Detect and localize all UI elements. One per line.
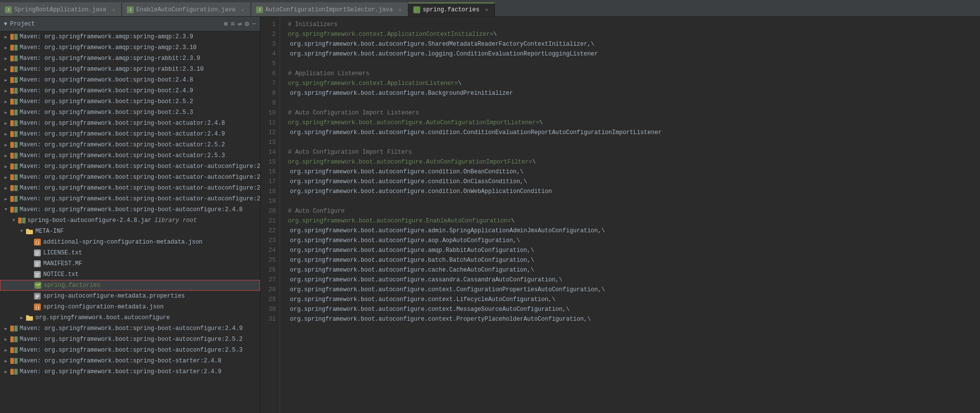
- tree-item-label: Maven: org.springframework.boot:spring-b…: [20, 163, 260, 170]
- tree-item-14[interactable]: ▶Maven: org.springframework.boot:spring-…: [0, 183, 260, 193]
- line-number: 4: [264, 49, 276, 59]
- line-number: 29: [264, 295, 276, 304]
- tree-item-16[interactable]: ▼Maven: org.springframework.boot:spring-…: [0, 204, 260, 215]
- tree-item-3[interactable]: ▶Maven: org.springframework.amqp:spring-…: [0, 64, 260, 75]
- tab-autoconfigimportselector[interactable]: J AutoConfigurationImportSelector.java ✕: [251, 2, 408, 16]
- tree-item-10[interactable]: ▶Maven: org.springframework.boot:spring-…: [0, 139, 260, 150]
- tree-item-1[interactable]: ▶Maven: org.springframework.amqp:spring-…: [0, 42, 260, 53]
- code-line: [288, 59, 972, 69]
- properties-icon: [33, 292, 41, 300]
- tree-item-4[interactable]: ▶Maven: org.springframework.boot:spring-…: [0, 75, 260, 85]
- code-line: org.springframework.boot.autoconfigure.c…: [288, 167, 972, 177]
- minimize-icon[interactable]: −: [252, 21, 256, 28]
- maven-icon: [10, 163, 18, 170]
- line-number: 21: [264, 216, 276, 226]
- tree-arrow: ▶: [2, 78, 10, 83]
- tree-item-label: Maven: org.springframework.boot:spring-b…: [20, 120, 225, 127]
- tree-item-9[interactable]: ▶Maven: org.springframework.boot:spring-…: [0, 129, 260, 139]
- text-file-icon: [33, 260, 41, 268]
- maven-icon: [10, 335, 18, 343]
- tab-close-icon2[interactable]: ✕: [240, 7, 246, 13]
- code-line: org.springframework.boot.autoconfigure.B…: [288, 88, 972, 98]
- sort-icon[interactable]: ≡: [231, 21, 234, 28]
- tab-close-icon4[interactable]: ✕: [484, 7, 490, 13]
- settings-icon[interactable]: ⚙: [245, 21, 249, 28]
- tab-enableautoconfiguration[interactable]: J EnableAutoConfiguration.java ✕: [122, 2, 251, 16]
- tree-item-6[interactable]: ▶Maven: org.springframework.boot:spring-…: [0, 96, 260, 107]
- json-icon: {}: [33, 238, 41, 246]
- line-number: 7: [264, 79, 276, 88]
- tree-item-18[interactable]: ▼META-INF: [0, 226, 260, 237]
- line-number: 14: [264, 147, 276, 157]
- line-number: 26: [264, 265, 276, 275]
- tree-item-26[interactable]: ▶org.springframework.boot.autoconfigure: [0, 312, 260, 323]
- tree-item-label: MANIFEST.MF: [43, 260, 82, 267]
- globe-icon[interactable]: ⊕: [224, 21, 228, 28]
- tree-arrow: ▶: [2, 369, 10, 375]
- tree-arrow: ▶: [2, 132, 10, 137]
- sidebar-title: Project: [10, 21, 221, 28]
- tree-arrow: ▶: [2, 326, 10, 331]
- tree-item-24[interactable]: spring-autoconfigure-metadata.properties: [0, 291, 260, 302]
- tree-item-17[interactable]: ▼spring-boot-autoconfigure-2.4.8.jar lib…: [0, 215, 260, 226]
- svg-rect-12: [34, 271, 41, 278]
- tree-item-15[interactable]: ▶Maven: org.springframework.boot:spring-…: [0, 193, 260, 204]
- line-number: 12: [264, 128, 276, 138]
- line-number: 8: [264, 88, 276, 98]
- tree-item-13[interactable]: ▶Maven: org.springframework.boot:spring-…: [0, 172, 260, 183]
- tree-arrow: ▶: [2, 358, 10, 364]
- tree-item-25[interactable]: {}spring-configuration-metadata.json: [0, 302, 260, 312]
- tab-label: AutoConfigurationImportSelector.java: [265, 6, 393, 13]
- code-line: org.springframework.boot.autoconfigure.A…: [288, 157, 972, 167]
- tree-item-31[interactable]: ▶Maven: org.springframework.boot:spring-…: [0, 366, 260, 377]
- tree-arrow: ▶: [2, 121, 10, 126]
- maven-icon: [10, 98, 18, 106]
- tree-item-12[interactable]: ▶Maven: org.springframework.boot:spring-…: [0, 161, 260, 172]
- code-line: org.springframework.context.ApplicationL…: [288, 79, 972, 88]
- editor[interactable]: 1234567891011121314151617181920212223242…: [260, 17, 980, 413]
- tree-item-label: Maven: org.springframework.boot:spring-b…: [20, 152, 225, 159]
- tree-item-22[interactable]: NOTICE.txt: [0, 269, 260, 280]
- tree-item-30[interactable]: ▶Maven: org.springframework.boot:spring-…: [0, 356, 260, 366]
- code-line: org.springframework.boot.autoconfigure.c…: [288, 128, 972, 138]
- tree-item-label: Maven: org.springframework.boot:spring-b…: [20, 358, 221, 364]
- tree-item-23[interactable]: 🌱spring.factories: [0, 280, 260, 291]
- line-number: 23: [264, 236, 276, 246]
- tree-item-0[interactable]: ▶Maven: org.springframework.amqp:spring-…: [0, 31, 260, 42]
- tree-item-29[interactable]: ▶Maven: org.springframework.boot:spring-…: [0, 345, 260, 356]
- tree-item-7[interactable]: ▶Maven: org.springframework.boot:spring-…: [0, 107, 260, 118]
- tree-item-label: Maven: org.springframework.boot:spring-b…: [20, 336, 243, 343]
- maven-icon: [10, 195, 18, 203]
- tab-close-icon3[interactable]: ✕: [397, 7, 403, 13]
- maven-icon: [10, 130, 18, 138]
- code-line: org.springframework.boot.autoconfigure.b…: [288, 255, 972, 265]
- tree-item-8[interactable]: ▶Maven: org.springframework.boot:spring-…: [0, 118, 260, 129]
- svg-text:🌱: 🌱: [35, 282, 41, 289]
- tab-springfactories[interactable]: 🌿 spring.factories ✕: [408, 2, 495, 16]
- tree-item-21[interactable]: MANIFEST.MF: [0, 258, 260, 269]
- tree-item-28[interactable]: ▶Maven: org.springframework.boot:spring-…: [0, 334, 260, 345]
- tree-item-20[interactable]: LICENSE.txt: [0, 248, 260, 258]
- line-number: 24: [264, 246, 276, 255]
- tree-item-2[interactable]: ▶Maven: org.springframework.amqp:spring-…: [0, 53, 260, 64]
- tree-item-27[interactable]: ▶Maven: org.springframework.boot:spring-…: [0, 323, 260, 334]
- maven-icon: [10, 44, 18, 52]
- tab-springbootapplication[interactable]: J SpringBootApplication.java ✕: [0, 2, 122, 16]
- line-number: 1: [264, 20, 276, 29]
- code-area: 1234567891011121314151617181920212223242…: [260, 17, 980, 413]
- split-icon[interactable]: ⇌: [238, 21, 242, 28]
- tree-arrow: ▶: [2, 99, 10, 105]
- java-file-icon2: J: [127, 6, 134, 13]
- line-number: 13: [264, 138, 276, 147]
- tree-item-5[interactable]: ▶Maven: org.springframework.boot:spring-…: [0, 85, 260, 96]
- tree-arrow: ▶: [2, 337, 10, 342]
- maven-icon: [10, 87, 18, 95]
- sidebar: ▼ Project ⊕ ≡ ⇌ ⚙ − ▶Maven: org.springfr…: [0, 17, 260, 413]
- tree-arrow: ▼: [18, 229, 26, 234]
- tab-close-icon[interactable]: ✕: [111, 7, 116, 13]
- tree-item-19[interactable]: {}additional-spring-configuration-metada…: [0, 237, 260, 248]
- tree-item-11[interactable]: ▶Maven: org.springframework.boot:spring-…: [0, 150, 260, 161]
- tree-item-label: Maven: org.springframework.boot:spring-b…: [20, 174, 260, 181]
- tree-item-label: Maven: org.springframework.boot:spring-b…: [20, 141, 225, 148]
- maven-icon: [10, 184, 18, 192]
